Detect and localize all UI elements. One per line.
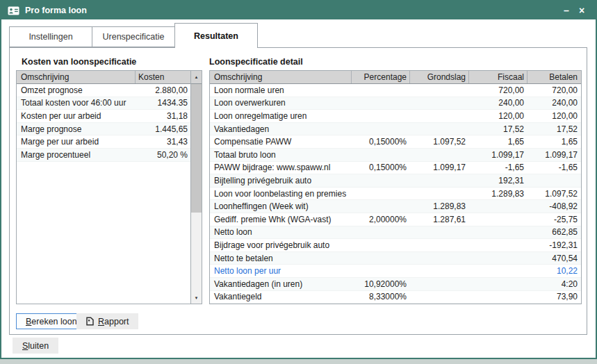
cell-betalen: 1,65: [527, 137, 581, 147]
table-row[interactable]: Marge prognose1.445,65: [17, 123, 190, 136]
kosten-table-body: Omzet prognose2.880,00Totaal kosten voor…: [17, 84, 190, 304]
cell-fiscaal: 192,31: [468, 176, 527, 185]
column-header-kosten[interactable]: Kosten: [135, 71, 190, 83]
cell-omschrijving: Loon voor loonbelasting en premies: [210, 189, 351, 199]
tab-resultaten[interactable]: Resultaten: [174, 23, 258, 48]
cell-omschrijving: Bijtelling privégebruik auto: [210, 176, 351, 185]
column-header-omschrijving[interactable]: Omschrijving: [17, 72, 135, 82]
cell-omschrijving: PAWW bijdrage: www.spaww.nl: [210, 163, 351, 172]
cell-fiscaal: 720,00: [468, 85, 527, 95]
table-row[interactable]: Loon onregelmatige uren120,00120,00: [210, 110, 581, 123]
cell-betalen: 1.097,52: [527, 189, 581, 199]
cell-omschrijving: Bijdrage voor privégebruik auto: [210, 240, 351, 250]
cell-omschrijving: Loon overwerkuren: [210, 98, 351, 108]
close-button[interactable]: ×: [574, 3, 589, 18]
table-row[interactable]: Kosten per uur arbeid31,18: [17, 110, 190, 123]
table-row[interactable]: Vakantiedagen (in uren)10,92000%4:20: [210, 278, 581, 291]
detail-table: Omschrijving Percentage Grondslag Fiscaa…: [209, 70, 582, 304]
cell-omschrijving: Vakantiedagen (in uren): [210, 279, 351, 289]
report-icon: [86, 317, 94, 326]
detail-table-body: Loon normale uren720,00720,00Loon overwe…: [210, 84, 581, 304]
table-row[interactable]: Compensatie PAWW0,15000%1.097,521,651,65: [210, 135, 581, 149]
table-row[interactable]: Bijdrage voor privégebruik auto-192,31: [210, 239, 581, 252]
cell-betalen: 10,22: [527, 266, 581, 276]
minimize-button[interactable]: –: [559, 3, 574, 18]
table-row[interactable]: Marge procentueel50,20 %: [17, 149, 190, 162]
titlebar: Pro forma loon – ×: [1, 1, 596, 19]
cell-omschrijving: Gediff. premie Whk (WGA-vast): [210, 215, 351, 224]
table-row[interactable]: Omzet prognose2.880,00: [17, 84, 190, 97]
table-row[interactable]: Loon normale uren720,00720,00: [210, 84, 581, 97]
window-title: Pro forma loon: [25, 6, 559, 15]
table-row[interactable]: Loon voor loonbelasting en premies1.289,…: [210, 188, 581, 201]
cell-omschrijving: Vakantiegeld: [210, 292, 351, 301]
column-header-omschrijving[interactable]: Omschrijving: [210, 72, 351, 82]
column-header-percentage[interactable]: Percentage: [351, 71, 409, 83]
table-row[interactable]: PAWW bijdrage: www.spaww.nl0,15000%1.099…: [210, 162, 581, 175]
cell-omschrijving: Totaal kosten voor 46:00 uur: [17, 98, 135, 108]
table-row[interactable]: Marge per uur arbeid31,43: [17, 135, 190, 149]
cell-grondslag: 1.099,17: [409, 163, 468, 172]
cell-fiscaal: 1,65: [468, 137, 527, 147]
dialog-frame: Pro forma loon – × Instellingen Urenspec…: [0, 0, 597, 359]
scrollbar-track[interactable]: [191, 84, 202, 292]
scrollbar-thumb[interactable]: [191, 84, 202, 213]
bereken-loon-label: Bereken loon: [26, 317, 77, 326]
table-row[interactable]: Loonheffingen (Week wit)1.289,83-408,92: [210, 200, 581, 213]
cell-omschrijving: Netto te betalen: [210, 254, 351, 263]
cell-percentage: 0,15000%: [351, 163, 409, 172]
detail-group-title: Loonspecificatie detail: [209, 57, 303, 67]
cell-omschrijving: Marge procentueel: [17, 150, 135, 160]
table-row[interactable]: Gediff. premie Whk (WGA-vast)2,00000%1.2…: [210, 213, 581, 226]
cell-fiscaal: 1.289,83: [468, 189, 527, 199]
cell-kosten: 1.445,65: [135, 124, 190, 134]
cell-grondslag: 1.097,52: [409, 137, 468, 147]
cell-betalen: -25,75: [527, 215, 581, 224]
vertical-scrollbar[interactable]: ▲ ▼: [190, 71, 202, 304]
resultaten-tab-page: Kosten van loonspecificatie Loonspecific…: [9, 47, 587, 335]
cell-percentage: 8,33000%: [351, 292, 409, 301]
cell-fiscaal: 240,00: [468, 98, 527, 108]
cell-betalen: -1,65: [527, 163, 581, 172]
detail-table-main: Omschrijving Percentage Grondslag Fiscaa…: [210, 71, 581, 304]
table-row[interactable]: Bijtelling privégebruik auto192,31: [210, 174, 581, 188]
cell-betalen: 470,54: [527, 254, 581, 263]
cell-fiscaal: -1,65: [468, 163, 527, 172]
table-row[interactable]: Vakantiedagen17,5217,52: [210, 123, 581, 136]
column-header-betalen[interactable]: Betalen: [527, 71, 581, 83]
table-row[interactable]: Netto loon662,85: [210, 226, 581, 240]
cell-betalen: 4:20: [527, 279, 581, 289]
column-header-fiscaal[interactable]: Fiscaal: [468, 71, 527, 83]
cell-betalen: 73,90: [527, 292, 581, 301]
table-row[interactable]: Vakantiegeld8,33000%73,90: [210, 291, 581, 304]
cell-betalen: 120,00: [527, 111, 581, 121]
table-row[interactable]: Netto te betalen470,54: [210, 252, 581, 265]
cell-grondslag: 1.289,83: [409, 201, 468, 211]
kosten-table: Omschrijving Kosten Omzet prognose2.880,…: [16, 70, 202, 304]
cell-percentage: 10,92000%: [351, 279, 409, 289]
cell-percentage: 2,00000%: [351, 215, 409, 224]
cell-kosten: 31,18: [135, 111, 190, 121]
id-card-icon: [8, 6, 19, 15]
cell-omschrijving: Loon normale uren: [210, 85, 351, 95]
cell-kosten: 2.880,00: [135, 85, 190, 95]
cell-betalen: 720,00: [527, 85, 581, 95]
table-row[interactable]: Totaal bruto loon1.099,171.099,17: [210, 149, 581, 162]
cell-omschrijving: Loon onregelmatige uren: [210, 111, 351, 121]
cell-omschrijving: Netto loon: [210, 227, 351, 237]
cell-fiscaal: 1.099,17: [468, 150, 527, 160]
sluiten-button[interactable]: Sluiten: [13, 338, 58, 354]
column-header-grondslag[interactable]: Grondslag: [409, 71, 468, 83]
tab-instellingen[interactable]: Instellingen: [9, 26, 92, 47]
cell-betalen: 240,00: [527, 98, 581, 108]
cell-betalen: -192,31: [527, 240, 581, 250]
table-row[interactable]: Netto loon per uur10,22: [210, 265, 581, 278]
table-row[interactable]: Totaal kosten voor 46:00 uur1434.35: [17, 97, 190, 110]
scroll-down-icon[interactable]: ▼: [191, 292, 202, 304]
table-row[interactable]: Loon overwerkuren240,00240,00: [210, 97, 581, 110]
rapport-label: Rapport: [98, 317, 129, 326]
tab-urenspecificatie[interactable]: Urenspecificatie: [92, 26, 175, 47]
scroll-up-icon[interactable]: ▲: [191, 71, 202, 84]
cell-betalen: 1.099,17: [527, 150, 581, 160]
rapport-button[interactable]: Rapport: [76, 313, 138, 329]
